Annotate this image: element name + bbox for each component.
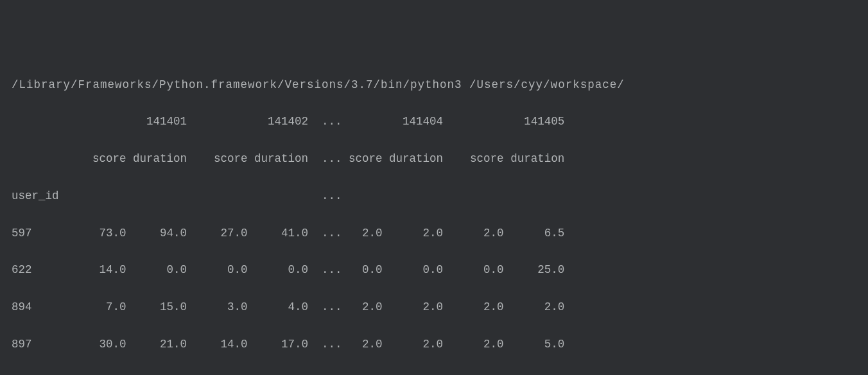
table-row: 622 14.0 0.0 0.0 0.0 ... 0.0 0.0 0.0 25.… (0, 261, 868, 279)
table-index-name: user_id ... (0, 187, 868, 205)
table-header-top: 141401 141402 ... 141404 141405 (0, 112, 868, 131)
table-row: 597 73.0 94.0 27.0 41.0 ... 2.0 2.0 2.0 … (0, 224, 868, 243)
table-row: 904 0.0 0.0 0.0 0.0 ... 0.0 0.0 0.0 34.0 (0, 372, 868, 376)
table-row: 894 7.0 15.0 3.0 4.0 ... 2.0 2.0 2.0 2.0 (0, 298, 868, 317)
command-path: /Library/Frameworks/Python.framework/Ver… (0, 76, 868, 94)
table-header-sub: score duration score duration ... score … (0, 150, 868, 168)
terminal-output: /Library/Frameworks/Python.framework/Ver… (0, 76, 868, 376)
table-row: 897 30.0 21.0 14.0 17.0 ... 2.0 2.0 2.0 … (0, 335, 868, 354)
